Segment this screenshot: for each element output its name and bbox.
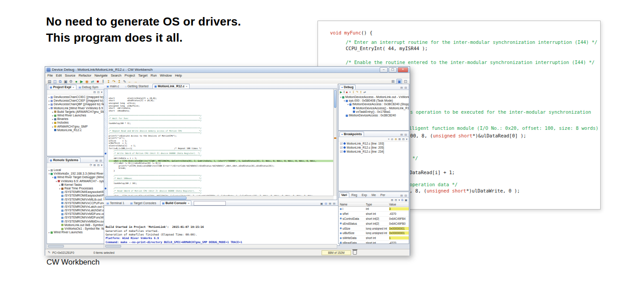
breakpoint-icon[interactable] [105, 153, 106, 154]
variables-tab[interactable]: Reg [350, 193, 360, 197]
menu-item[interactable]: Help [175, 73, 182, 77]
console-selector-dropdown[interactable] [194, 201, 226, 205]
console-tab[interactable]: ▤Terminal 1 [105, 201, 128, 205]
expand-all-icon[interactable]: ⊞ [398, 137, 401, 141]
tree-item[interactable]: /SYSTEMROM/VxMDFuncW.out [48, 216, 104, 219]
step-return-icon[interactable]: ↥ [360, 90, 362, 94]
tree-item[interactable]: /SYSTEMROM/Easysocket/ECH [48, 190, 104, 194]
resume-icon[interactable]: ▶ [340, 90, 342, 94]
tree-item[interactable]: vxTaskEntry() - 0x176ba1 [339, 110, 409, 114]
breakpoint-item[interactable]: ☑MotionLink_R12.c [line: 205] [339, 146, 409, 150]
editor-gutter[interactable] [104, 89, 108, 196]
column-value[interactable]: Value [389, 203, 409, 206]
restore-icon[interactable]: ▢ [389, 67, 397, 73]
step-return-icon[interactable]: ↥ [117, 79, 122, 84]
tree-item[interactable]: /SYSTEMROM/Easysocket/PCG [48, 194, 104, 197]
view-tab[interactable]: ▤Debug Sym [77, 85, 102, 90]
menu-item[interactable]: Run [151, 73, 157, 77]
variables-tab[interactable]: Per [379, 193, 388, 197]
menu-item[interactable]: Window [160, 73, 172, 77]
refresh-icon[interactable]: ⟳ [89, 163, 92, 167]
tree-item[interactable]: /SYSTEMROM/VxCCPUFunc.out [48, 201, 104, 205]
remove-breakpoint-icon[interactable]: × [388, 137, 390, 141]
tree-item[interactable]: MotionLink.out 0kB - Symbol f [48, 223, 104, 227]
tree-item[interactable]: ▾tMotionDeviceAccess : 0x38C8240 (Stoppe… [339, 103, 409, 106]
menu-item[interactable]: Navigate [94, 73, 108, 77]
console-scrollbar[interactable] [104, 244, 337, 248]
suspend-icon[interactable]: ‖ [101, 79, 106, 84]
build-console[interactable]: Build Started in Project 'MotionLink': 2… [104, 205, 340, 246]
link-editor-icon[interactable]: ⊡ [97, 90, 99, 94]
close-tab-icon[interactable]: × [186, 85, 188, 88]
view-menu-icon[interactable]: ▾ [406, 137, 407, 141]
tree-item[interactable]: ▾Wind River Target Debugger (Wind R [48, 175, 104, 179]
edit-icon[interactable]: ✎ [122, 79, 127, 84]
layout-icon[interactable]: ⧉ [401, 198, 403, 202]
minimize-icon[interactable]: – [380, 67, 388, 73]
step-over-icon[interactable]: ↷ [356, 90, 358, 94]
tree-item[interactable]: VxWorksOs1 - Symbol file: W [48, 227, 104, 231]
show-columns-icon[interactable]: ▣ [405, 198, 407, 202]
tree-item[interactable]: ▾MotionLink [Wind River VxWorks 6.9 Dow [48, 107, 104, 110]
tree-item[interactable]: MotionDeviceAccess() - MotionLink_R12.c: [339, 107, 409, 110]
save-icon[interactable]: ◫ [52, 79, 57, 84]
tree-item[interactable]: ▸Local [48, 168, 104, 172]
collapse-all-icon[interactable]: ⊟ [402, 137, 404, 141]
build-icon[interactable]: ⚙ [68, 79, 73, 84]
tree-item[interactable]: MotionLink_R12.c [48, 128, 104, 132]
menu-item[interactable]: Refactor [79, 73, 91, 77]
new-connection-icon[interactable]: ⊞ [93, 163, 96, 167]
step-into-icon[interactable]: ↧ [106, 79, 111, 84]
editor-tab[interactable]: ⌂Getting Started [123, 84, 152, 89]
disconnect-icon[interactable]: × [349, 90, 351, 94]
column-type[interactable]: Type [366, 203, 389, 206]
checkbox-checked-icon[interactable]: ☑ [340, 146, 343, 150]
forward-icon[interactable]: → [133, 79, 138, 84]
run-icon[interactable]: ▶ [79, 79, 84, 84]
variable-row[interactable]: ulBufSizelong unsigned int0x00000001 [339, 231, 409, 236]
breakpoint-item[interactable]: ☑MotionLink_R12.c [line: 234] [339, 150, 409, 154]
console-toolbar[interactable]: ▣ ⊡ ⊞ ⊟ [320, 202, 337, 205]
console-tab[interactable]: ▤Build Console× [160, 201, 191, 205]
step-over-icon[interactable]: ↷ [111, 79, 116, 84]
tree-item[interactable]: ▾VxWorks6x_192.168.3.3 (Wind River VxW [48, 172, 104, 175]
scrollbar-thumb[interactable] [105, 197, 186, 200]
variable-row[interactable]: iint3 [339, 207, 409, 212]
editor-horizontal-scrollbar[interactable] [104, 196, 334, 200]
perspective-other-icon[interactable]: ⊡ [403, 79, 408, 84]
editor-tab[interactable]: ▣main.c [105, 84, 123, 89]
tree-item[interactable]: ▸DevAccessChanQBF [(mapped to) Wind R [48, 103, 104, 106]
back-icon[interactable]: ← [127, 79, 132, 84]
tree-item[interactable]: /SYSTEMROM/VxLatch.out 0x7 [48, 205, 104, 209]
tree-item[interactable]: tMotionDeviceAccess : 0x38C8240 [339, 114, 409, 117]
perspective-cpp-icon[interactable]: ⊞ [390, 79, 395, 84]
variables-tab[interactable]: Exp [360, 193, 369, 197]
tree-item[interactable]: ▸Wind River Launches [48, 114, 104, 117]
title-bar[interactable]: Device Debug - MotionLink/MotionLink_R12… [45, 67, 410, 73]
tree-item[interactable]: ▸Build Targets (ARMARCH7gnu_SMP - [48, 110, 104, 114]
variable-row[interactable]: sReadDatashort int-4370 [339, 241, 409, 244]
console-tab[interactable]: ▤Target Consoles [128, 201, 160, 205]
tree-item[interactable]: ▾VxWorks 6.9: ARMARCH7 - sys-60 [48, 180, 104, 183]
skip-all-breakpoints-icon[interactable]: ⊘ [391, 137, 393, 141]
close-icon[interactable]: × [398, 67, 408, 73]
drop-to-frame-icon[interactable]: ⇄ [364, 90, 366, 94]
editor-vertical-scrollbar[interactable] [333, 89, 337, 196]
connect-target-icon[interactable]: ⇄ [90, 79, 95, 84]
panel-header-icons[interactable]: ⊟ ⊡ [400, 133, 409, 137]
variable-row[interactable]: sRetshort int-4370 [339, 212, 409, 217]
checkbox-checked-icon[interactable]: ☑ [340, 142, 343, 146]
variable-row[interactable]: sControlDatashort int[2]0x64C49FB4 [339, 217, 409, 222]
breakpoint-icon[interactable] [105, 188, 106, 189]
debug-icon[interactable]: ● [74, 79, 79, 84]
add-expression-icon[interactable]: ⊞ [391, 198, 393, 202]
add-breakpoint-icon[interactable]: ⊕ [394, 137, 397, 141]
tree-item[interactable]: ▸DevAccessChanCCIEF [(mapped to) Wind [48, 99, 104, 103]
menu-item[interactable]: File [47, 73, 53, 77]
tree-item[interactable]: ▸DevAccessChanCCIEC [(mapped to) Wind [48, 95, 104, 99]
collapse-all-icon[interactable]: ⊟ [93, 90, 96, 94]
code-editor[interactable]: short sControlData[2] = {0,0};short sEnd… [104, 89, 337, 200]
collapse-icon[interactable]: ⊟ [394, 198, 397, 202]
terminate-icon[interactable]: ■ [346, 90, 348, 94]
left-scrollbar[interactable] [47, 244, 104, 248]
